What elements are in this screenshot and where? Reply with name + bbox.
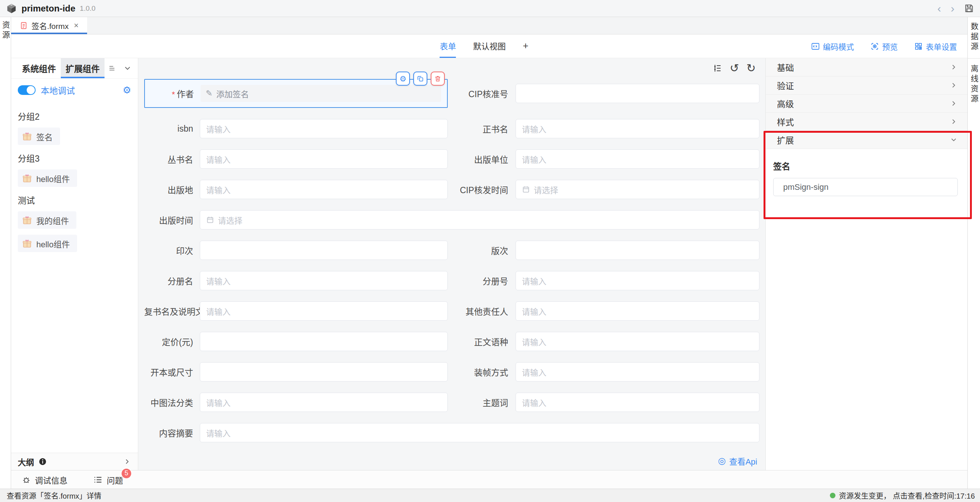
form-row: 复书名及说明文字 请输入 其他责任人 请输入 <box>144 301 759 321</box>
calendar-icon <box>206 216 214 224</box>
field-input[interactable]: 请输入 <box>515 332 759 351</box>
field-input[interactable]: 请输入 <box>515 119 759 138</box>
form-field: 分册名 请输入 <box>144 271 448 290</box>
component-item-my-component[interactable]: 我的组件 <box>18 211 76 229</box>
field-placeholder: 请输入 <box>522 123 546 135</box>
outline-expand-chevron-icon[interactable] <box>123 457 131 466</box>
group-title: 测试 <box>18 194 131 206</box>
preview-label: 预览 <box>882 41 898 52</box>
save-icon[interactable] <box>964 3 974 13</box>
problems-label: 问题 <box>107 474 123 486</box>
form-field: 其他责任人 请输入 <box>454 301 759 321</box>
inspector-section-advanced[interactable]: 高级 <box>766 94 967 113</box>
redo-icon[interactable]: ↻ <box>746 63 756 74</box>
section-label: 验证 <box>777 79 794 92</box>
sidebar-tabs: 系统组件 扩展组件 <box>11 58 138 79</box>
undo-icon[interactable]: ↺ <box>730 63 739 74</box>
status-bar: 查看资源「签名.formx」详情 资源发生变更， 点击查看,检查时间:17:16 <box>0 489 980 502</box>
field-placeholder: 请输入 <box>522 336 546 347</box>
local-debug-toggle[interactable] <box>18 85 36 95</box>
tab-extension-components[interactable]: 扩展组件 <box>61 58 105 78</box>
field-label: 出版时间 <box>144 214 200 226</box>
code-mode-button[interactable]: 编码模式 <box>811 41 854 52</box>
outline-tree-icon[interactable] <box>713 64 722 73</box>
inspector-section-extension[interactable]: 扩展 <box>766 131 967 149</box>
field-input[interactable] <box>515 241 759 260</box>
nav-forward-icon[interactable]: › <box>951 3 955 14</box>
field-label: 主题词 <box>454 396 515 409</box>
inspector-section-basic[interactable]: 基础 <box>766 58 967 76</box>
close-tab-icon[interactable]: × <box>74 21 79 30</box>
problems-button[interactable]: 问题 5 <box>94 474 123 486</box>
viewbar-actions: 编码模式 预览 表单设置 <box>528 35 967 58</box>
sidebar-collapse-chevron-icon[interactable] <box>123 58 132 78</box>
field-input[interactable]: 请输入 <box>515 362 759 381</box>
field-input[interactable]: 请输入 <box>200 150 448 169</box>
field-placeholder: 请输入 <box>206 183 231 195</box>
component-item-sign[interactable]: 签名 <box>18 127 60 145</box>
field-input[interactable] <box>200 362 448 381</box>
component-list-icon[interactable] <box>108 58 116 78</box>
field-input[interactable]: 请输入 <box>515 271 759 290</box>
problems-list-icon <box>94 475 103 484</box>
field-label: 其他责任人 <box>454 305 515 317</box>
field-input[interactable] <box>200 241 448 260</box>
field-label: 中图法分类 <box>144 396 200 409</box>
date-field-input[interactable]: 请选择 <box>515 180 759 199</box>
field-input[interactable] <box>515 84 759 103</box>
form-row: 内容摘要 请输入 <box>144 423 759 442</box>
status-right-text: 资源发生变更， 点击查看,检查时间:17:16 <box>839 490 975 501</box>
component-item-hello[interactable]: hello组件 <box>18 169 77 187</box>
view-api-row: ◎ 查看Api <box>138 455 765 467</box>
tab-default-view[interactable]: 默认视图 <box>473 35 506 58</box>
gift-icon <box>22 239 32 249</box>
form-settings-button[interactable]: 表单设置 <box>914 41 957 52</box>
field-input[interactable]: 请输入 <box>515 393 759 412</box>
field-input[interactable]: 请输入 <box>200 119 448 138</box>
status-left-text[interactable]: 查看资源「签名.formx」详情 <box>7 490 102 501</box>
field-input[interactable]: 请输入 <box>200 180 448 199</box>
data-source-strip-label[interactable]: 数据源 <box>969 22 980 52</box>
debug-info-button[interactable]: 调试信息 <box>22 474 67 486</box>
field-input[interactable]: 请输入 <box>200 301 448 321</box>
component-sidebar: 系统组件 扩展组件 本地调试 ⚙ <box>11 58 138 470</box>
field-input[interactable]: 请输入 <box>200 393 448 412</box>
view-bar: 表单 默认视图 + 编码模式 预览 表单设置 <box>11 35 967 58</box>
selected-component-author[interactable]: ⚙ *作者 ✎ <box>144 79 448 108</box>
component-copy-icon[interactable] <box>413 72 427 86</box>
component-delete-trash-icon[interactable] <box>431 72 445 86</box>
component-item-hello-2[interactable]: hello组件 <box>18 235 77 252</box>
tab-form[interactable]: 表单 <box>439 35 456 58</box>
sign-component-input[interactable] <box>773 178 958 196</box>
date-field-input[interactable]: 请选择 <box>200 210 759 229</box>
sign-field-input[interactable]: ✎ 添加签名 <box>200 85 441 102</box>
form-field: CIP核发时间 请选择 <box>454 180 759 199</box>
editor-tab-signature-formx[interactable]: 签名.formx × <box>11 17 87 34</box>
field-input[interactable]: 请输入 <box>200 271 448 290</box>
form-field: isbn 请输入 <box>144 119 448 138</box>
field-input[interactable]: 请输入 <box>200 423 759 442</box>
field-input[interactable]: 请输入 <box>515 150 759 169</box>
add-view-button[interactable]: + <box>523 35 528 58</box>
view-api-link[interactable]: 查看Api <box>729 455 757 467</box>
nav-back-icon[interactable]: ‹ <box>937 3 941 14</box>
field-label: 装帧方式 <box>454 366 515 378</box>
form-settings-label: 表单设置 <box>926 41 957 52</box>
preview-button[interactable]: 预览 <box>870 41 898 52</box>
form-row: 出版地 请输入 CIP核发时间 请选择 <box>144 180 759 199</box>
info-icon <box>38 457 47 466</box>
debug-settings-gear-icon[interactable]: ⚙ <box>123 85 131 95</box>
resources-strip-label[interactable]: 资源 <box>0 21 11 41</box>
field-input[interactable] <box>200 332 448 351</box>
offline-resources-strip-label[interactable]: 离线资源 <box>969 65 980 105</box>
component-settings-gear-icon[interactable]: ⚙ <box>396 72 410 86</box>
status-right[interactable]: 资源发生变更， 点击查看,检查时间:17:16 <box>830 490 975 501</box>
inspector-section-validation[interactable]: 验证 <box>766 76 967 94</box>
gift-icon <box>22 174 32 183</box>
inspector-section-style[interactable]: 样式 <box>766 113 967 131</box>
outline-row[interactable]: 大纲 <box>11 453 138 470</box>
field-input[interactable]: 请输入 <box>515 301 759 321</box>
tab-system-components[interactable]: 系统组件 <box>17 58 61 78</box>
field-label: 正文语种 <box>454 335 515 348</box>
app-logo-icon <box>6 3 17 14</box>
